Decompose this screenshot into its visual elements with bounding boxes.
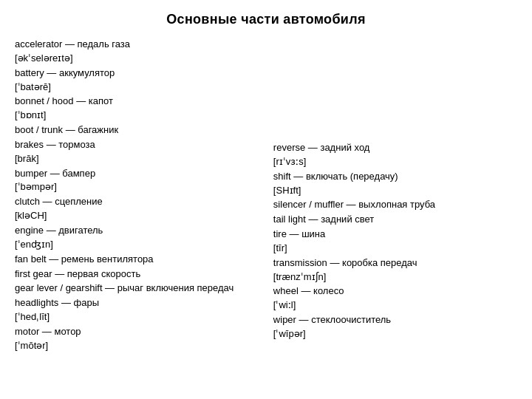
entry-phonetic: [ˈbɒnɪt] bbox=[15, 109, 266, 123]
list-item: first gear — первая скорость bbox=[15, 267, 266, 282]
left-column: accelerator — педаль газа[əkˈseləreɪtə]b… bbox=[15, 38, 273, 354]
entry-phonetic: [kləCH] bbox=[15, 209, 266, 223]
list-item: bumper — бампер[ˈbəmpər] bbox=[15, 167, 266, 195]
entry-phonetic: [rɪˈvɜːs] bbox=[273, 155, 517, 169]
entry-main: silencer / muffler — выхлопная труба bbox=[273, 198, 517, 212]
list-item: clutch — сцепление[kləCH] bbox=[15, 195, 266, 223]
entry-phonetic: [ˈbəmpər] bbox=[15, 180, 266, 194]
list-item: accelerator — педаль газа[əkˈseləreɪtə] bbox=[15, 38, 266, 66]
entry-main: wheel — колесо bbox=[273, 284, 517, 299]
page-title: Основные части автомобиля bbox=[15, 12, 517, 27]
entry-main: bonnet / hood — капот bbox=[15, 95, 266, 109]
entry-main: headlights — фары bbox=[15, 296, 266, 310]
entry-phonetic: [brāk] bbox=[15, 152, 266, 166]
list-item: wiper — стеклоочиститель[ˈwīpər] bbox=[273, 313, 517, 341]
page: Основные части автомобиля accelerator — … bbox=[0, 0, 532, 399]
list-item: reverse — задний ход[rɪˈvɜːs] bbox=[273, 141, 517, 169]
entry-main: tail light — задний свет bbox=[273, 213, 517, 227]
entry-main: transmission — коробка передач bbox=[273, 256, 517, 270]
entry-main: wiper — стеклоочиститель bbox=[273, 313, 517, 327]
entry-main: shift — включать (передачу) bbox=[273, 170, 517, 184]
list-item: engine — двигатель[ˈenʤɪn] bbox=[15, 224, 266, 252]
list-item: shift — включать (передачу)[SHɪft] bbox=[273, 170, 517, 198]
entry-main: bumper — бампер bbox=[15, 167, 266, 181]
list-item: tire — шина[tīr] bbox=[273, 228, 517, 256]
list-item: boot / trunk — багажник bbox=[15, 123, 266, 137]
list-item: motor — мотор[ˈmōtər] bbox=[15, 325, 266, 353]
list-item: bonnet / hood — капот[ˈbɒnɪt] bbox=[15, 95, 266, 123]
entry-main: clutch — сцепление bbox=[15, 195, 266, 209]
entry-phonetic: [trænzˈmɪʃn] bbox=[273, 270, 517, 284]
right-column: reverse — задний ход[rɪˈvɜːs]shift — вкл… bbox=[273, 38, 517, 354]
entry-phonetic: [ˈhedˌlīt] bbox=[15, 310, 266, 324]
columns-container: accelerator — педаль газа[əkˈseləreɪtə]b… bbox=[15, 38, 517, 354]
entry-main: battery — аккумулятор bbox=[15, 66, 266, 81]
entry-main: fan belt — ремень вентилятора bbox=[15, 253, 266, 267]
entry-phonetic: [ˈwiːl] bbox=[273, 299, 517, 313]
entry-main: first gear — первая скорость bbox=[15, 267, 266, 282]
list-item: wheel — колесо[ˈwiːl] bbox=[273, 284, 517, 313]
entry-phonetic: [tīr] bbox=[273, 242, 517, 256]
entry-main: accelerator — педаль газа bbox=[15, 38, 266, 52]
list-item: tail light — задний свет bbox=[273, 213, 517, 227]
list-item: brakes — тормоза[brāk] bbox=[15, 138, 266, 166]
list-item: transmission — коробка передач[trænzˈmɪʃ… bbox=[273, 256, 517, 284]
entry-main: boot / trunk — багажник bbox=[15, 123, 266, 137]
entry-phonetic: [ˈenʤɪn] bbox=[15, 238, 266, 252]
entry-main: brakes — тормоза bbox=[15, 138, 266, 152]
entry-phonetic: [ˈwīpər] bbox=[273, 327, 517, 341]
entry-main: reverse — задний ход bbox=[273, 141, 517, 155]
entry-main: gear lever / gearshift — рычаг включения… bbox=[15, 282, 266, 296]
entry-phonetic: [SHɪft] bbox=[273, 184, 517, 198]
entry-main: tire — шина bbox=[273, 228, 517, 242]
list-item: fan belt — ремень вентилятора bbox=[15, 253, 266, 267]
entry-phonetic: [ˈbatərē] bbox=[15, 81, 266, 95]
list-item: headlights — фары[ˈhedˌlīt] bbox=[15, 296, 266, 324]
entry-phonetic: [ˈmōtər] bbox=[15, 339, 266, 353]
list-item: gear lever / gearshift — рычаг включения… bbox=[15, 282, 266, 296]
list-item: battery — аккумулятор[ˈbatərē] bbox=[15, 66, 266, 95]
entry-main: motor — мотор bbox=[15, 325, 266, 339]
entry-phonetic: [əkˈseləreɪtə] bbox=[15, 52, 266, 66]
list-item: silencer / muffler — выхлопная труба bbox=[273, 198, 517, 212]
entry-main: engine — двигатель bbox=[15, 224, 266, 238]
